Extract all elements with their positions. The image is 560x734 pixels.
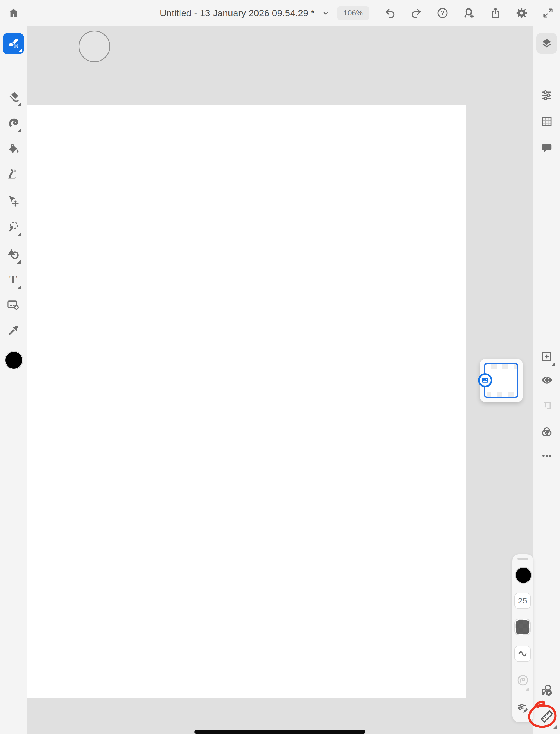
timelapse-button[interactable] [533,680,560,701]
svg-text:?: ? [441,9,445,17]
liquify-icon [7,167,20,181]
tool-eraser[interactable] [0,86,27,107]
redo-button[interactable] [410,7,422,19]
home-icon [8,7,20,19]
tool-text[interactable]: T [0,269,27,290]
lasso-icon [7,220,20,234]
tool-smudge[interactable] [0,112,27,133]
zoom-level-badge[interactable]: 106% [337,6,370,20]
brush-color-well[interactable] [515,567,532,584]
active-color-swatch[interactable] [5,351,23,369]
share-icon[interactable] [489,7,501,19]
tool-move[interactable] [0,190,27,211]
layer-visibility-button[interactable] [533,370,560,391]
top-bar-actions: ? [384,0,554,26]
brush-opacity-control[interactable] [514,619,531,635]
panel-layers-button[interactable] [536,33,557,54]
text-submenu-indicator [17,285,21,289]
layers-icon [540,37,553,50]
add-layer-submenu-indicator [551,362,555,366]
transparency-checker-top [485,364,517,369]
panel-grid-button[interactable] [533,111,560,132]
brush-cursor-preview [79,31,110,62]
brush-mixing-control [512,674,533,687]
brush-settings-panel: 25 [512,554,533,722]
brush-sliders-icon [516,701,529,714]
add-layer-icon [540,350,553,362]
tool-liquify[interactable] [0,163,27,185]
svg-text:T: T [9,273,17,285]
top-bar: Untitled - 13 January 2026 09.54.29 * 10… [0,0,560,26]
smoothing-wave-icon [517,648,528,659]
lasso-submenu-indicator [17,233,21,236]
right-toolbar [533,26,560,734]
ruler-submenu-indicator [553,725,557,729]
add-layer-button[interactable] [533,346,560,367]
settings-gear-icon[interactable] [516,7,528,19]
document-title: Untitled - 13 January 2026 09.54.29 * [160,8,315,18]
brush-smoothing-control[interactable] [514,646,531,662]
home-indicator-bar[interactable] [194,730,365,734]
fullscreen-icon[interactable] [542,7,554,19]
more-options-button[interactable] [533,446,560,466]
comment-icon [541,142,553,154]
clip-mask-button [533,396,560,416]
image-icon [482,377,489,383]
panel-comments-button[interactable] [533,138,560,158]
tool-brush[interactable] [3,33,24,54]
eraser-icon [7,90,20,104]
brush-opacity-swatch [516,620,529,634]
invite-collaborator-button[interactable] [463,7,475,19]
document-canvas[interactable] [27,105,466,698]
home-button[interactable] [6,0,21,26]
mixing-submenu-indicator [526,687,529,691]
eraser-submenu-indicator [17,103,21,106]
place-image-icon [7,298,20,311]
tool-shapes[interactable] [0,243,27,265]
more-options-icon [541,450,553,462]
undo-button[interactable] [384,7,396,19]
help-button[interactable]: ? [436,7,449,19]
shapes-icon [7,247,20,261]
brush-submenu-indicator [18,49,22,52]
transparency-checker-bottom [485,392,517,397]
brush-settings-button[interactable] [512,701,533,714]
clip-mask-icon [540,400,553,412]
adjustments-icon [540,89,553,101]
blend-mode-icon [540,426,553,439]
floating-layer-card[interactable] [480,359,523,402]
grid-icon [541,116,553,128]
app-screen: Untitled - 13 January 2026 09.54.29 * 10… [0,0,560,734]
pixel-layer-badge[interactable] [478,373,492,388]
tool-lasso-select[interactable] [0,216,27,237]
ruler-icon [539,709,554,724]
chevron-down-icon[interactable] [322,9,330,17]
tool-fill[interactable] [0,138,27,159]
brush-size-value: 25 [518,596,527,605]
brush-size-control[interactable]: 25 [514,593,531,609]
text-icon: T [7,273,20,286]
mixing-loop-icon [516,674,529,687]
eyedropper-icon [7,324,20,337]
smudge-icon [7,116,20,129]
left-toolbar: T [0,26,27,734]
timelapse-icon [540,683,554,697]
panel-drag-handle[interactable] [517,558,528,560]
move-icon [7,194,20,208]
paint-bucket-icon [7,142,20,155]
document-title-row: Untitled - 13 January 2026 09.54.29 * 10… [152,0,377,26]
tool-eyedropper[interactable] [0,320,27,341]
blend-mode-button[interactable] [533,422,560,442]
ruler-button[interactable] [533,706,560,727]
panel-adjustments-button[interactable] [533,85,560,106]
smudge-submenu-indicator [17,129,21,132]
shapes-submenu-indicator [17,260,21,263]
eye-icon [540,374,553,387]
brush-icon [7,37,20,50]
tool-place-image[interactable] [0,294,27,315]
